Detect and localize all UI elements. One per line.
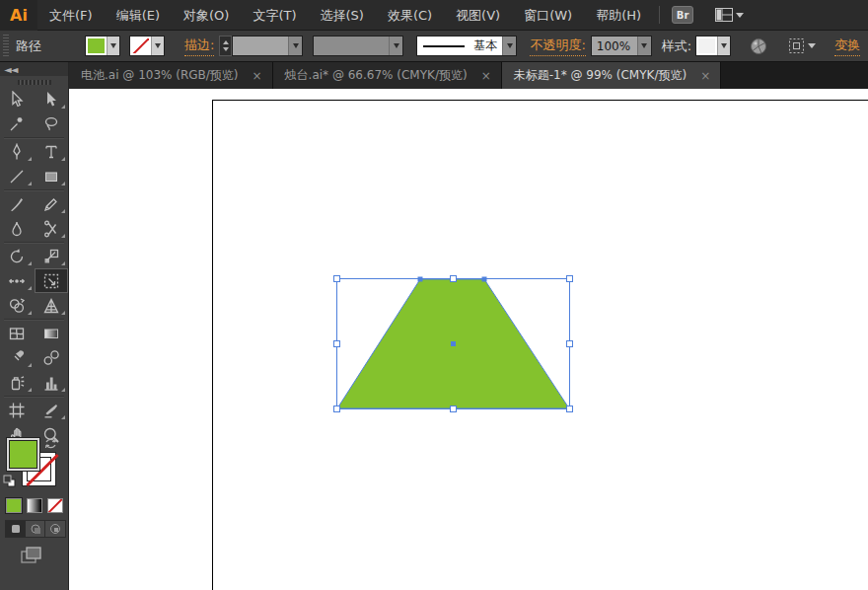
direct-selection-tool[interactable] [35,87,69,111]
menu-help[interactable]: 帮助(H) [584,0,653,31]
screen-mode-button[interactable] [20,546,43,568]
recolor-wheel-icon [750,37,767,55]
column-graph-tool[interactable] [35,370,69,395]
lasso-tool[interactable] [35,111,69,136]
color-mode-button[interactable] [6,498,22,513]
tab-title: 烛台.ai* @ 66.67% (CMYK/预览) [285,67,468,84]
selection-tool[interactable] [0,87,35,111]
width-tool[interactable] [0,268,35,293]
brush-definition-select[interactable]: 基本 [416,36,517,56]
default-fill-stroke-icon[interactable] [3,475,16,490]
graphic-style-swatch[interactable] [695,36,731,56]
menu-view[interactable]: 视图(V) [444,0,512,31]
paintbrush-tool[interactable] [0,191,35,216]
anchor-point[interactable] [482,277,487,282]
artboard-tool[interactable] [0,398,35,422]
tools-panel-grip[interactable] [18,80,51,85]
blob-brush-tool[interactable] [0,216,35,241]
draw-inside-button[interactable] [45,521,65,537]
rotate-tool[interactable] [0,244,35,268]
opacity-select[interactable]: 100% [591,36,652,56]
draw-behind-button[interactable] [26,521,45,537]
transform-panel-link[interactable]: 变换 [834,37,860,56]
selection-handle[interactable] [334,276,340,282]
stroke-dropdown-arrow[interactable] [151,37,164,55]
pen-tool[interactable] [0,139,35,164]
rectangle-tool[interactable] [35,164,69,188]
menu-window[interactable]: 窗口(W) [512,0,584,31]
selection-handle[interactable] [451,406,457,412]
fill-dropdown-arrow[interactable] [107,37,119,55]
object-center-point[interactable] [451,341,456,346]
draw-normal-button[interactable] [6,521,26,537]
shape-builder-tool[interactable] [0,293,35,318]
artboard-top-edge [212,100,868,101]
swap-fill-stroke-icon[interactable] [44,437,57,453]
selection-handle[interactable] [567,341,573,347]
width-tool-icon [8,272,26,290]
stroke-color-swatch[interactable] [129,36,165,56]
blend-tool[interactable] [35,345,69,370]
gradient-mode-button[interactable] [27,498,42,513]
line-tool-icon [8,168,26,185]
menu-effect[interactable]: 效果(C) [376,0,444,31]
tab-close-icon[interactable]: × [253,70,262,82]
slice-tool[interactable] [35,398,69,422]
magic-wand-tool[interactable] [0,111,35,136]
collapse-panel-icon[interactable]: ◄◄ [4,64,17,75]
fill-stroke-proxy [0,437,69,555]
lasso-tool-icon [42,115,60,133]
fill-color-swatch[interactable] [85,36,120,56]
control-bar: 路径 描边: 基本 不透明度: 100% 样式: [0,31,868,62]
tab-doc-candlestick[interactable]: 烛台.ai* @ 66.67% (CMYK/预览)× [273,62,502,89]
none-mode-button[interactable] [47,498,63,513]
type-tool[interactable] [35,139,69,164]
selection-handle[interactable] [451,276,457,282]
column-graph-tool-icon [42,374,60,392]
rotate-tool-icon [8,248,26,265]
menu-file[interactable]: 文件(F) [37,0,105,31]
mesh-tool[interactable] [0,321,35,345]
workspace-switcher-button[interactable] [715,8,744,22]
scissors-tool[interactable] [35,216,69,241]
opacity-panel-link[interactable]: 不透明度: [530,37,585,56]
selection-handle[interactable] [334,341,340,347]
menu-edit[interactable]: 编辑(E) [105,0,172,31]
pencil-tool[interactable] [35,191,69,216]
eyedropper-tool[interactable] [0,345,35,370]
menu-type[interactable]: 文字(T) [241,0,308,31]
panel-grip[interactable] [3,35,9,58]
tab-doc-battery[interactable]: 电池.ai @ 103% (RGB/预览)× [69,62,273,89]
tab-doc-untitled[interactable]: 未标题-1* @ 99% (CMYK/预览)× [502,62,721,89]
document-tab-bar: 电池.ai @ 103% (RGB/预览)×烛台.ai* @ 66.67% (C… [69,62,868,89]
anchor-point[interactable] [418,277,423,282]
tab-close-icon[interactable]: × [481,70,491,82]
gradient-tool-icon [42,325,60,342]
tools-panel: ◄◄ [0,62,69,590]
slice-tool-icon [42,402,60,419]
stroke-weight-select[interactable] [232,36,303,56]
selected-artwork [336,278,570,409]
tool-group-divider [4,396,64,397]
recolor-artwork-button[interactable] [750,37,767,55]
stroke-panel-link[interactable]: 描边: [184,37,214,56]
scale-tool[interactable] [35,244,69,268]
fill-proxy-swatch[interactable] [7,438,39,471]
menu-object[interactable]: 对象(O) [172,0,241,31]
perspective-grid-tool[interactable] [35,293,69,318]
menu-select[interactable]: 选择(S) [308,0,375,31]
selection-handle[interactable] [567,276,573,282]
style-dropdown-arrow[interactable] [717,37,730,55]
canvas-area[interactable] [69,89,868,590]
selection-handle[interactable] [334,406,340,412]
variable-width-profile-select[interactable] [313,36,403,56]
selection-handle[interactable] [567,406,573,412]
symbol-sprayer-tool[interactable] [0,370,35,395]
tab-close-icon[interactable]: × [700,70,710,82]
stroke-weight-stepper[interactable] [219,36,232,56]
line-tool[interactable] [0,164,35,188]
free-transform-tool[interactable] [35,268,69,293]
align-options-button[interactable] [788,37,816,54]
gradient-tool[interactable] [35,321,69,345]
bridge-icon[interactable]: Br [672,6,693,24]
